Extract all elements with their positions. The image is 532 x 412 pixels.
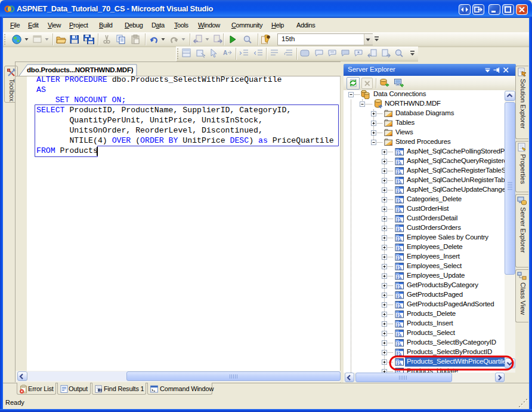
svg-text:A: A (223, 50, 227, 56)
